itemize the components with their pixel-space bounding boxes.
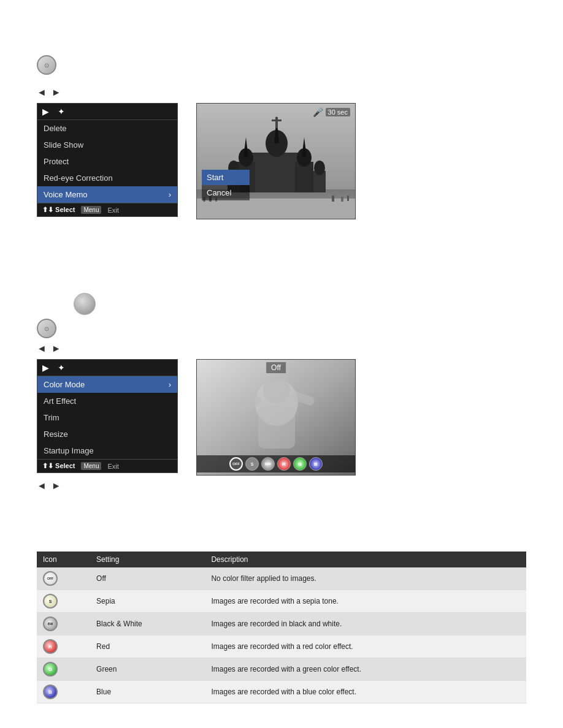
left-arrow-icon[interactable]: ◄ [37,87,47,98]
menu-footer-2: ⬆⬇ Select Menu Exit [37,459,177,472]
color-icon-g[interactable]: G [293,457,307,471]
menu-item-voicememo[interactable]: Voice Memo › [37,186,177,203]
svg-rect-23 [347,195,349,201]
panels-row-2: ▶ ✦ Color Mode › Art Effect Trim Resize … [37,359,526,476]
timer-text: 30 sec [326,108,350,116]
svg-point-26 [263,377,290,404]
globe-icon [74,293,96,315]
menu-footer-1: ⬆⬇ Select Menu Exit [37,203,177,216]
mic-icon: 🎤 [313,107,323,117]
bottom-arrows-row: ◄ ► [37,480,526,491]
table-cell-icon-0: OFF [37,567,90,590]
wrench-icon-2: ✦ [58,363,65,373]
menu-item-startupimage[interactable]: Startup Image [37,442,177,459]
table-row: G Green Images are recorded with a green… [37,658,526,681]
table-cell-desc-1: Images are recorded with a sepia tone. [205,590,526,613]
second-arrows-row: ◄ ► [37,343,526,354]
icon-red: R [43,639,58,654]
playback-icon: ▶ [42,107,49,116]
table-row: S Sepia Images are recorded with a sepia… [37,590,526,613]
menu-item-slideshow[interactable]: Slide Show [37,137,177,153]
set-button[interactable]: ⊙ [37,55,56,75]
second-right-arrow[interactable]: ► [52,343,61,354]
right-arrow-icon[interactable]: ► [52,87,61,98]
globe-icon-separator [37,282,96,315]
panels-row-1: ▶ ✦ Delete Slide Show Protect Red-eye Co… [37,103,526,219]
color-icon-r[interactable]: R [277,457,291,471]
table-row: R Red Images are recorded with a red col… [37,635,526,658]
top-section: ⊙ ◄ ► ▶ ✦ Delete Slide Show Protect Red-… [37,55,526,219]
menu-header-1: ▶ ✦ [37,104,177,120]
church-svg [197,104,356,219]
menu-header-2: ▶ ✦ [37,360,177,376]
color-icon-off[interactable]: OFF [229,457,243,471]
menu-panel-2: ▶ ✦ Color Mode › Art Effect Trim Resize … [37,359,178,473]
table-cell-setting-5: Blue [90,681,205,703]
preview-panel-1: 🎤 30 sec Start Cancel [196,103,356,219]
table-header-setting: Setting [90,552,205,567]
svg-rect-21 [332,195,334,202]
table-cell-setting-2: Black & White [90,613,205,635]
svg-rect-5 [275,117,278,128]
church-image: 🎤 30 sec Start Cancel [197,104,355,219]
menu-item-colormode[interactable]: Color Mode › [37,376,177,393]
color-preview-header: Off [266,362,286,373]
playback-icon-2: ▶ [42,363,49,373]
table-cell-desc-3: Images are recorded with a red color eff… [205,635,526,658]
second-nav-row: ⊙ [37,319,526,338]
table-cell-desc-5: Images are recorded with a blue color ef… [205,681,526,703]
menu-item-arteffect[interactable]: Art Effect [37,393,177,409]
svg-point-16 [314,161,325,175]
color-icon-s[interactable]: S [245,457,259,471]
table-row: OFF Off No color filter applied to image… [37,567,526,590]
color-icons-row: OFF S BW R G B [197,455,355,472]
table-cell-icon-3: R [37,635,90,658]
table-row: B Blue Images are recorded with a blue c… [37,681,526,703]
table-header-icon: Icon [37,552,90,567]
bottom-right-arrow[interactable]: ► [52,480,61,491]
svg-rect-6 [272,119,282,121]
svg-rect-22 [341,197,343,202]
color-icon-b[interactable]: B [309,457,323,471]
wrench-icon: ✦ [58,107,65,116]
menu-item-resize[interactable]: Resize [37,426,177,442]
cancel-option[interactable]: Cancel [202,185,250,200]
top-nav-icons: ⊙ [37,55,526,75]
icon-blue: B [43,684,58,699]
table-cell-icon-4: G [37,658,90,681]
icon-sepia: S [43,594,58,609]
start-cancel-overlay: Start Cancel [202,170,250,200]
icon-off: OFF [43,571,58,586]
icon-bw: BW [43,616,58,631]
top-arrows-row: ◄ ► [37,87,526,98]
table-cell-desc-0: No color filter applied to images. [205,567,526,590]
table-cell-setting-0: Off [90,567,205,590]
start-option[interactable]: Start [202,170,250,185]
bottom-table-section: Icon Setting Description OFF Off No colo… [37,552,526,703]
table-cell-setting-3: Red [90,635,205,658]
table-cell-desc-2: Images are recorded in black and white. [205,613,526,635]
menu-item-delete[interactable]: Delete [37,120,177,137]
table-cell-desc-4: Images are recorded with a green color e… [205,658,526,681]
menu-item-redeye[interactable]: Red-eye Correction [37,170,177,186]
bottom-left-arrow[interactable]: ◄ [37,480,47,491]
color-mode-table: Icon Setting Description OFF Off No colo… [37,552,526,703]
icon-green: G [43,662,58,677]
svg-rect-2 [252,153,301,192]
second-left-arrow[interactable]: ◄ [37,343,47,354]
table-cell-icon-5: B [37,681,90,703]
second-section: ⊙ ◄ ► ▶ ✦ Color Mode › Art Effect Trim R… [37,319,526,496]
menu-panel-1: ▶ ✦ Delete Slide Show Protect Red-eye Co… [37,103,178,217]
color-icon-bw[interactable]: BW [261,457,275,471]
set-button-2[interactable]: ⊙ [37,319,56,338]
menu-item-protect[interactable]: Protect [37,153,177,170]
table-cell-icon-1: S [37,590,90,613]
menu-item-trim[interactable]: Trim [37,409,177,426]
svg-rect-17 [197,199,356,219]
timer-badge: 🎤 30 sec [313,107,350,117]
svg-rect-27 [258,406,295,449]
table-row: BW Black & White Images are recorded in … [37,613,526,635]
table-header-description: Description [205,552,526,567]
table-cell-setting-1: Sepia [90,590,205,613]
color-preview-panel: Off OFF S BW R G B [196,359,356,476]
